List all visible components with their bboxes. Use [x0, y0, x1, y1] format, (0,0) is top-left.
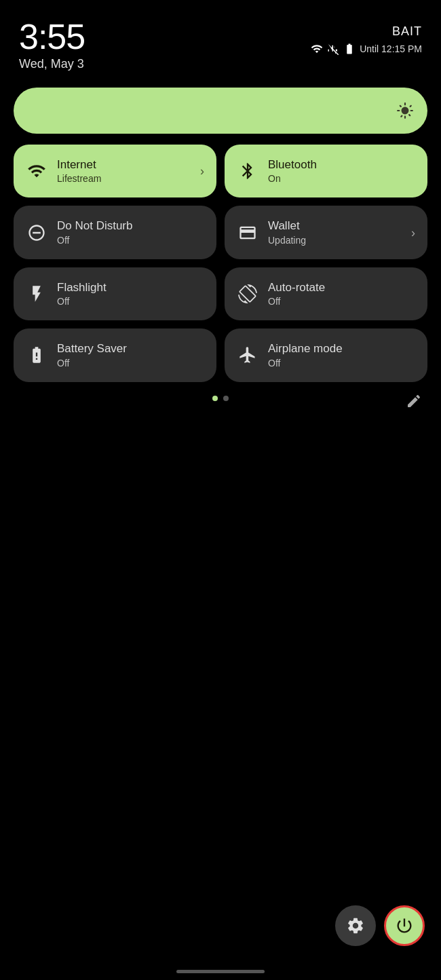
auto-rotate-tile[interactable]: Auto-rotate Off — [225, 267, 427, 320]
battery-saver-tile-icon — [27, 345, 46, 364]
edit-button[interactable] — [406, 393, 422, 412]
wallet-tile-name: Wallet — [268, 219, 306, 233]
bluetooth-tile-status: On — [268, 173, 317, 184]
bluetooth-tile-text: Bluetooth On — [268, 158, 317, 184]
wallet-tile[interactable]: Wallet Updating › — [225, 206, 427, 259]
wifi-tile-icon — [27, 162, 46, 181]
airplane-tile-name: Airplane mode — [268, 342, 343, 356]
status-right: BAIT Until 12:15 PM — [311, 19, 422, 55]
internet-tile-name: Internet — [57, 158, 101, 172]
dnd-tile-icon — [27, 223, 46, 242]
signal-icon — [327, 43, 339, 55]
internet-tile[interactable]: Internet Lifestream › — [14, 145, 216, 197]
bottom-buttons — [335, 905, 425, 946]
pagination — [0, 396, 441, 401]
wifi-icon — [311, 43, 323, 55]
internet-tile-status: Lifestream — [57, 173, 101, 184]
date-display: Wed, May 3 — [19, 57, 85, 71]
quick-tiles-grid: Internet Lifestream › Bluetooth On Do No… — [14, 145, 427, 382]
internet-tile-text: Internet Lifestream — [57, 158, 101, 184]
carrier-name: BAIT — [392, 24, 422, 39]
brightness-icon — [396, 102, 414, 119]
bluetooth-tile[interactable]: Bluetooth On — [225, 145, 427, 197]
status-left: 3:55 Wed, May 3 — [19, 19, 85, 71]
battery-saver-tile-text: Battery Saver Off — [57, 342, 127, 368]
flashlight-tile-status: Off — [57, 296, 107, 307]
power-icon — [395, 916, 414, 935]
wallet-tile-text: Wallet Updating — [268, 219, 306, 245]
flashlight-tile[interactable]: Flashlight Off — [14, 267, 216, 320]
status-bar: 3:55 Wed, May 3 BAIT Until 12:15 PM — [0, 0, 441, 71]
flashlight-tile-text: Flashlight Off — [57, 281, 107, 307]
auto-rotate-tile-name: Auto-rotate — [268, 281, 325, 295]
dnd-tile-status: Off — [57, 235, 132, 246]
battery-saver-tile-name: Battery Saver — [57, 342, 127, 356]
power-button[interactable] — [384, 905, 425, 946]
dnd-status: Until 12:15 PM — [360, 43, 422, 54]
internet-arrow: › — [200, 164, 204, 178]
battery-saver-tile-status: Off — [57, 358, 127, 369]
battery-saver-tile[interactable]: Battery Saver Off — [14, 328, 216, 381]
battery-icon — [343, 43, 356, 55]
bluetooth-tile-name: Bluetooth — [268, 158, 317, 172]
wallet-tile-icon — [238, 223, 257, 242]
airplane-mode-tile[interactable]: Airplane mode Off — [225, 328, 427, 381]
page-dot-2[interactable] — [223, 396, 229, 401]
auto-rotate-tile-icon — [238, 284, 257, 303]
dnd-tile-name: Do Not Disturb — [57, 219, 132, 233]
airplane-tile-icon — [238, 345, 257, 364]
airplane-tile-text: Airplane mode Off — [268, 342, 343, 368]
home-indicator — [176, 970, 265, 973]
brightness-slider[interactable] — [14, 88, 427, 134]
dnd-tile-text: Do Not Disturb Off — [57, 219, 132, 245]
bluetooth-tile-icon — [238, 162, 257, 181]
airplane-tile-status: Off — [268, 358, 343, 369]
status-icons: Until 12:15 PM — [311, 43, 422, 55]
flashlight-tile-name: Flashlight — [57, 281, 107, 295]
page-dot-1[interactable] — [212, 396, 218, 401]
do-not-disturb-tile[interactable]: Do Not Disturb Off — [14, 206, 216, 259]
settings-button[interactable] — [335, 905, 376, 946]
wallet-arrow: › — [411, 225, 415, 240]
settings-icon — [346, 916, 365, 935]
auto-rotate-tile-status: Off — [268, 296, 325, 307]
time-display: 3:55 — [19, 19, 85, 54]
auto-rotate-tile-text: Auto-rotate Off — [268, 281, 325, 307]
flashlight-tile-icon — [27, 284, 46, 303]
wallet-tile-status: Updating — [268, 235, 306, 246]
